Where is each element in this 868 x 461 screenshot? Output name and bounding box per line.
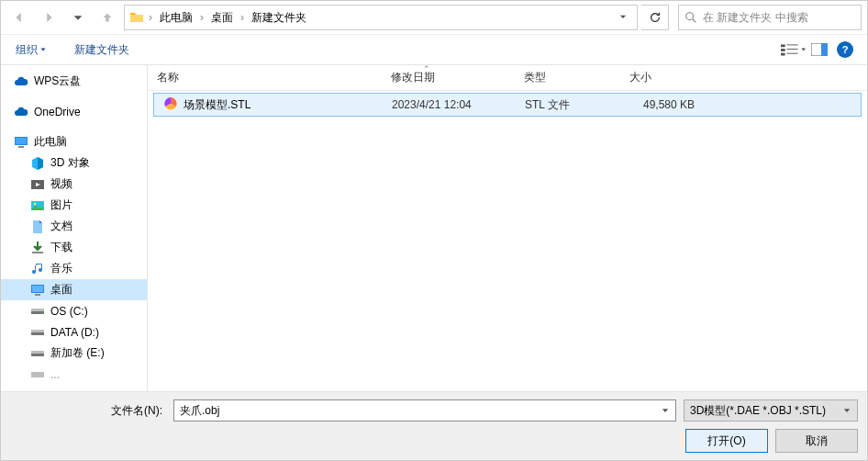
svg-rect-26	[31, 354, 44, 356]
svg-point-15	[34, 202, 37, 205]
column-size[interactable]: 大小	[620, 65, 703, 90]
file-row[interactable]: 场景模型.STL 2023/4/21 12:04 STL 文件 49,580 K…	[153, 93, 862, 117]
music-icon	[30, 262, 45, 276]
preview-pane-button[interactable]	[807, 39, 832, 61]
svg-rect-18	[32, 286, 43, 292]
chevron-down-icon[interactable]	[613, 11, 633, 24]
drive-icon	[30, 325, 45, 340]
svg-rect-16	[32, 252, 43, 253]
nav-tree[interactable]: WPS云盘 OneDrive 此电脑 3D 对象 视频 图片 文档 下载 音乐 …	[1, 65, 148, 391]
drive-icon	[30, 346, 45, 361]
file-list-pane: ⌃ 名称 修改日期 类型 大小 场景模型.STL 2023/4/21 12:04…	[148, 65, 867, 391]
column-date[interactable]: 修改日期	[382, 65, 515, 90]
file-name-cell: 场景模型.STL	[154, 96, 383, 114]
video-icon	[30, 177, 45, 192]
tree-item-downloads[interactable]: 下载	[1, 237, 147, 258]
breadcrumb-item[interactable]: 新建文件夹	[248, 8, 310, 28]
svg-rect-9	[821, 43, 828, 56]
tree-item-videos[interactable]: 视频	[1, 174, 147, 195]
chevron-right-icon: ›	[239, 11, 246, 24]
tree-item-more[interactable]: ...	[1, 364, 147, 385]
cloud-icon	[14, 105, 28, 119]
desktop-icon	[30, 283, 45, 298]
tree-item-pictures[interactable]: 图片	[1, 195, 147, 216]
svg-rect-19	[35, 294, 40, 296]
open-button[interactable]: 打开(O)	[685, 429, 768, 453]
help-button[interactable]: ?	[832, 39, 858, 61]
svg-rect-5	[787, 49, 798, 50]
column-headers[interactable]: ⌃ 名称 修改日期 类型 大小	[148, 65, 867, 91]
breadcrumb-bar[interactable]: › 此电脑 › 桌面 › 新建文件夹	[124, 5, 638, 30]
drive-icon	[30, 304, 45, 319]
refresh-button[interactable]	[641, 5, 669, 30]
tree-item-desktop[interactable]: 桌面	[1, 279, 147, 300]
svg-rect-3	[787, 44, 798, 45]
column-type[interactable]: 类型	[515, 65, 620, 90]
breadcrumb-item[interactable]: 此电脑	[156, 8, 196, 28]
svg-rect-4	[781, 49, 785, 51]
filename-combobox[interactable]	[173, 399, 676, 422]
cancel-button[interactable]: 取消	[775, 429, 858, 453]
file-type: STL 文件	[516, 97, 621, 113]
file-type-filter[interactable]: 3D模型(*.DAE *.OBJ *.STL)	[684, 399, 858, 422]
download-icon	[30, 241, 45, 255]
cube-icon	[30, 156, 45, 171]
picture-icon	[30, 198, 45, 213]
svg-point-0	[686, 13, 694, 20]
search-icon	[684, 11, 697, 24]
file-name: 场景模型.STL	[184, 97, 250, 113]
column-name[interactable]: 名称	[148, 65, 382, 90]
address-bar: › 此电脑 › 桌面 › 新建文件夹	[1, 1, 867, 34]
chevron-down-icon	[842, 406, 851, 415]
bottom-panel: 文件名(N): 3D模型(*.DAE *.OBJ *.STL) 打开(O) 取消	[1, 391, 867, 460]
search-box[interactable]	[678, 5, 862, 30]
breadcrumb-item[interactable]: 桌面	[207, 8, 237, 28]
up-button[interactable]	[95, 5, 120, 30]
drive-icon	[30, 367, 45, 382]
svg-rect-6	[781, 53, 785, 56]
tree-item-drive-d[interactable]: DATA (D:)	[1, 321, 147, 343]
folder-icon	[128, 9, 145, 26]
svg-line-1	[693, 19, 696, 23]
filename-label: 文件名(N):	[10, 403, 166, 419]
new-folder-button[interactable]: 新建文件夹	[69, 39, 135, 62]
tree-item-3d-objects[interactable]: 3D 对象	[1, 152, 147, 174]
sort-indicator-icon: ⌃	[423, 64, 430, 73]
tree-item-this-pc[interactable]: 此电脑	[1, 131, 147, 152]
svg-rect-7	[787, 53, 798, 54]
cloud-icon	[14, 74, 28, 89]
svg-rect-11	[16, 138, 27, 144]
chevron-right-icon: ›	[198, 11, 206, 24]
file-size: 49,580 KB	[621, 98, 704, 111]
tree-item-onedrive[interactable]: OneDrive	[1, 101, 147, 122]
search-input[interactable]	[703, 11, 855, 24]
svg-rect-27	[31, 372, 44, 377]
document-icon	[30, 219, 45, 234]
chevron-right-icon: ›	[147, 11, 154, 24]
tree-item-music[interactable]: 音乐	[1, 258, 147, 279]
tree-item-documents[interactable]: 文档	[1, 216, 147, 237]
back-button[interactable]	[6, 5, 32, 30]
forward-button[interactable]	[36, 5, 61, 30]
main-area: WPS云盘 OneDrive 此电脑 3D 对象 视频 图片 文档 下载 音乐 …	[1, 65, 867, 391]
tree-item-drive-c[interactable]: OS (C:)	[1, 300, 147, 321]
chevron-down-icon[interactable]	[661, 406, 670, 415]
svg-rect-12	[18, 146, 24, 148]
organize-menu[interactable]: 组织	[10, 39, 52, 62]
tree-item-drive-e[interactable]: 新加卷 (E:)	[1, 343, 147, 364]
tree-item-wps[interactable]: WPS云盘	[1, 71, 147, 92]
filename-input[interactable]	[180, 404, 661, 417]
view-options-button[interactable]	[781, 39, 807, 61]
file-date: 2023/4/21 12:04	[383, 98, 516, 111]
svg-rect-2	[781, 44, 785, 47]
svg-point-22	[41, 311, 43, 313]
recent-locations-button[interactable]	[65, 5, 91, 30]
file-icon	[163, 96, 178, 114]
toolbar: 组织 新建文件夹 ?	[1, 34, 867, 65]
pc-icon	[14, 135, 28, 150]
svg-rect-24	[31, 332, 44, 335]
